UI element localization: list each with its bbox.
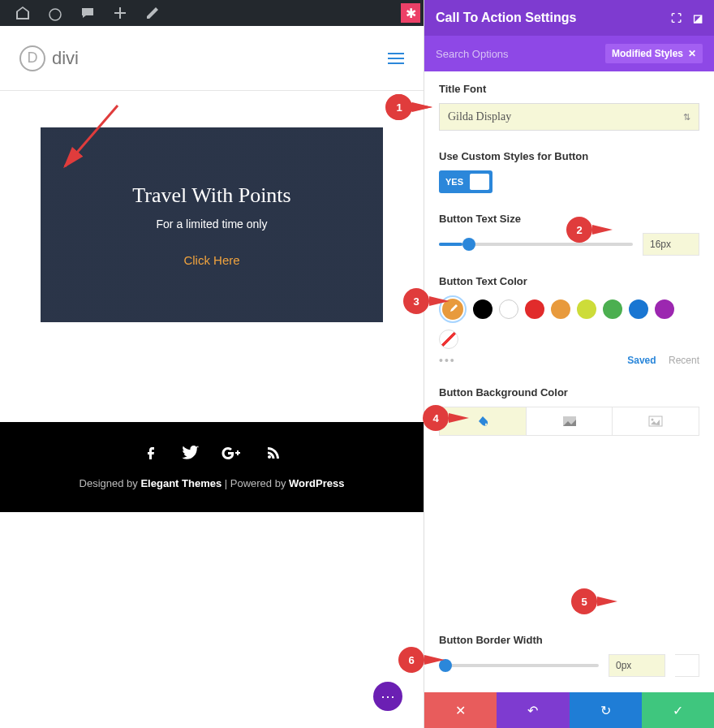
custom-styles-label: Use Custom Styles for Button [439, 150, 699, 162]
cta-module[interactable]: Travel With Points For a limited time on… [41, 127, 383, 322]
swatch-black[interactable] [473, 299, 492, 319]
panel-footer: ✕ ↶ ↻ ✓ [424, 692, 714, 728]
site-logo[interactable]: D divi [19, 45, 79, 71]
swatch-orange[interactable] [551, 299, 570, 319]
swatch-blue[interactable] [629, 299, 648, 319]
plus-icon[interactable] [110, 3, 130, 23]
cta-title: Travel With Points [132, 183, 290, 208]
modified-styles-tag[interactable]: Modified Styles✕ [605, 44, 703, 63]
bg-tab-color[interactable] [440, 407, 527, 435]
custom-styles-toggle[interactable]: YES [439, 170, 492, 193]
button-bg-label: Button Background Color [439, 386, 699, 398]
bg-tab-image[interactable] [613, 407, 699, 435]
facebook-icon[interactable] [142, 445, 158, 466]
swatch-lime[interactable] [577, 299, 596, 319]
swatch-red[interactable] [525, 299, 544, 319]
logo-text: divi [52, 48, 79, 69]
comment-icon[interactable] [78, 3, 97, 23]
button-text-size-label: Button Text Size [439, 213, 699, 225]
save-button[interactable]: ✓ [642, 692, 714, 728]
swatch-white[interactable] [499, 299, 518, 319]
dashboard-icon[interactable] [13, 3, 32, 23]
expand-icon[interactable]: ⛶ [671, 12, 682, 24]
panel-header: Call To Action Settings ⛶ ◪ [424, 0, 714, 36]
bg-tab-gradient[interactable] [527, 407, 613, 435]
border-width-slider[interactable] [439, 664, 599, 667]
settings-panel: Call To Action Settings ⛶ ◪ Search Optio… [424, 0, 714, 728]
panel-title: Call To Action Settings [436, 11, 576, 25]
panel-search-bar: Search Options Modified Styles✕ [424, 36, 714, 71]
bg-color-tabs [439, 407, 699, 436]
footer-credit: Designed by Elegant Themes | Powered by … [0, 477, 424, 489]
cta-subtitle: For a limited time only [157, 218, 268, 230]
cta-button[interactable]: Click Here [183, 253, 239, 267]
border-width-value[interactable]: 0px [609, 654, 665, 677]
divi-fab-button[interactable]: ⋯ [373, 682, 402, 711]
border-width-unit[interactable] [675, 654, 699, 677]
saved-tab[interactable]: Saved [627, 355, 656, 366]
wp-admin-bar: ✱ [0, 0, 424, 26]
speedometer-icon[interactable] [45, 3, 65, 23]
close-icon[interactable]: ✕ [688, 48, 696, 59]
cancel-button[interactable]: ✕ [424, 692, 497, 728]
title-font-label: Title Font [439, 83, 699, 95]
rss-icon[interactable] [265, 445, 282, 466]
more-swatches-icon[interactable]: ••• [439, 354, 456, 367]
svg-point-4 [652, 419, 654, 421]
search-options-input[interactable]: Search Options [436, 48, 509, 60]
snap-icon[interactable]: ◪ [693, 12, 703, 24]
site-footer: Designed by Elegant Themes | Powered by … [0, 422, 424, 512]
title-font-select[interactable]: Gilda Display [439, 103, 699, 131]
site-header: D divi [0, 26, 424, 91]
google-plus-icon[interactable] [222, 445, 243, 466]
text-size-value[interactable]: 16px [643, 233, 699, 256]
swatch-green[interactable] [603, 299, 622, 319]
redo-button[interactable]: ↻ [570, 692, 642, 728]
logo-mark: D [19, 45, 45, 71]
border-width-label: Button Border Width [439, 634, 699, 646]
button-text-color-label: Button Text Color [439, 275, 699, 287]
twitter-icon[interactable] [181, 445, 199, 466]
swatch-none[interactable] [439, 330, 458, 349]
text-size-slider[interactable] [439, 243, 633, 246]
recent-tab[interactable]: Recent [669, 355, 699, 366]
menu-toggle[interactable] [388, 53, 404, 64]
swatch-purple[interactable] [655, 299, 674, 319]
pencil-icon[interactable] [143, 3, 162, 23]
color-picker-button[interactable] [439, 295, 467, 323]
star-badge[interactable]: ✱ [401, 3, 420, 23]
undo-button[interactable]: ↶ [497, 692, 569, 728]
